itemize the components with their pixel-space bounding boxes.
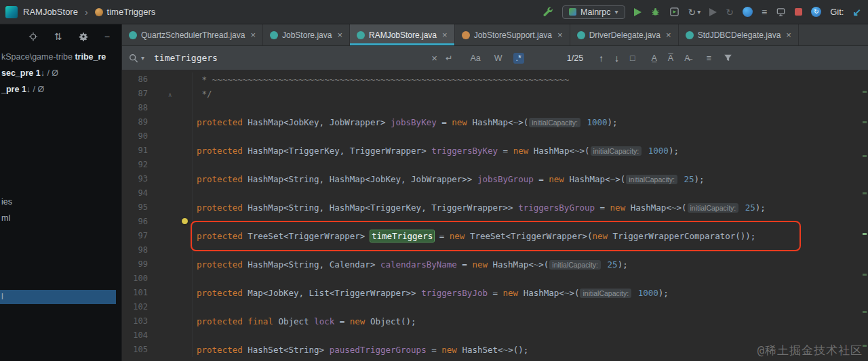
code-line[interactable]: 104 xyxy=(122,328,868,343)
tab-label: DriverDelegate.java xyxy=(589,30,660,40)
java-class-icon xyxy=(270,31,278,39)
close-icon[interactable]: × xyxy=(666,30,671,40)
close-icon[interactable]: × xyxy=(431,52,437,64)
code-line[interactable]: 97protected TreeSet<TriggerWrapper> time… xyxy=(122,229,868,243)
find-filter-icon-3[interactable]: A̶ xyxy=(684,54,690,63)
profiler-icon[interactable] xyxy=(743,7,753,17)
code-line[interactable]: 90 xyxy=(122,129,868,144)
sync-icon[interactable]: ↻ xyxy=(811,7,821,17)
code-text xyxy=(193,300,197,314)
find-filter-icon-2[interactable]: A̅ xyxy=(668,54,673,63)
code-line[interactable]: 88 xyxy=(122,101,868,115)
plugin-icon[interactable] xyxy=(776,7,786,17)
tree-item[interactable]: sec_pre 1↓ / Ø xyxy=(0,66,116,81)
close-icon[interactable]: × xyxy=(786,30,791,40)
code-line[interactable]: 101protected Map<JobKey, List<TriggerWra… xyxy=(122,286,868,300)
previous-occurrence-icon[interactable]: ↑ xyxy=(599,53,604,64)
stripe-mark[interactable] xyxy=(863,155,867,157)
code-line[interactable]: 92 xyxy=(122,158,868,172)
code-line[interactable]: 102 xyxy=(122,300,868,314)
stripe-mark[interactable] xyxy=(863,311,867,313)
close-icon[interactable]: × xyxy=(337,30,342,40)
search-input[interactable]: ▾ timeTriggers × xyxy=(129,52,437,64)
tab[interactable]: StdJDBCDelegate.java× xyxy=(679,24,799,45)
code-text: protected HashMap<String, Calendar> cale… xyxy=(193,257,628,272)
tab[interactable]: QuartzSchedulerThread.java× xyxy=(122,24,263,45)
search-history-icon[interactable]: ▾ xyxy=(141,55,144,62)
collapse-all-icon[interactable]: ⇅ xyxy=(54,32,62,41)
code-line[interactable]: 93protected HashMap<String, HashMap<JobK… xyxy=(122,172,868,186)
line-number: 98 xyxy=(122,243,153,257)
tree-item[interactable]: kSpace\game-tribe tribe_re xyxy=(0,50,116,64)
build-wrench-icon[interactable] xyxy=(542,7,553,18)
locate-file-icon[interactable] xyxy=(28,32,38,41)
tab[interactable]: RAMJobStore.java× xyxy=(350,24,455,45)
code-line[interactable]: 86 * ~~~~~~~~~~~~~~~~~~~~~~~~~~~~~~~~~~~… xyxy=(122,72,868,87)
tab[interactable]: JobStoreSupport.java× xyxy=(455,24,570,45)
tree-item[interactable]: _pre 1↓ / Ø xyxy=(0,83,116,97)
restart-icon-disabled[interactable]: ↻ xyxy=(726,7,734,17)
resume-button-disabled[interactable] xyxy=(709,8,717,16)
tree-item[interactable]: ies xyxy=(0,195,116,209)
stripe-mark[interactable] xyxy=(863,345,867,347)
rerun-button[interactable]: ↻ ▾ xyxy=(688,7,701,17)
project-panel: ⇅ − kSpace\game-tribe tribe_resec_pre 1↓… xyxy=(0,24,122,361)
code-line[interactable]: 91protected HashMap<TriggerKey, TriggerW… xyxy=(122,144,868,158)
code-line[interactable]: 94 xyxy=(122,186,868,200)
editor-column: QuartzSchedulerThread.java×JobStore.java… xyxy=(122,24,868,361)
code-line[interactable]: 87∧ */ xyxy=(122,87,868,101)
gutter: 91 xyxy=(122,144,193,158)
multiline-icon[interactable]: ≡ xyxy=(707,54,711,63)
stripe-mark[interactable] xyxy=(863,121,867,123)
code-line[interactable]: 103protected final Object lock = new Obj… xyxy=(122,314,868,328)
match-case-toggle[interactable]: Aa xyxy=(467,53,483,64)
next-occurrence-icon[interactable]: ↓ xyxy=(614,53,619,64)
hide-panel-icon[interactable]: − xyxy=(104,32,110,41)
tab-label: JobStoreSupport.java xyxy=(474,30,552,40)
regex-toggle[interactable]: .* xyxy=(513,53,524,64)
line-number: 105 xyxy=(122,343,153,357)
tab[interactable]: DriverDelegate.java× xyxy=(570,24,679,45)
run-config-selector[interactable]: Mainrpc ▾ xyxy=(562,5,625,19)
gear-icon[interactable] xyxy=(79,32,88,41)
code-line[interactable]: 96 xyxy=(122,215,868,229)
code-line[interactable]: 99protected HashMap<String, Calendar> ca… xyxy=(122,257,868,272)
git-update-icon[interactable]: ↙ xyxy=(852,7,861,17)
debug-button[interactable] xyxy=(650,7,660,17)
close-icon[interactable]: × xyxy=(442,30,448,40)
code-line[interactable]: 98 xyxy=(122,243,868,257)
words-toggle[interactable]: W xyxy=(492,53,505,64)
tree-item-label: ↓ / Ø xyxy=(41,68,58,78)
newline-icon[interactable]: ↵ xyxy=(446,53,452,63)
coverage-button[interactable] xyxy=(669,7,679,17)
fold-marker-icon[interactable]: ∧ xyxy=(168,88,172,102)
tab[interactable]: JobStore.java× xyxy=(263,24,350,45)
stripe-mark-current[interactable] xyxy=(863,233,867,235)
stop-button[interactable] xyxy=(795,8,802,16)
line-number: 92 xyxy=(122,158,153,172)
bookmark-icon[interactable] xyxy=(182,218,188,224)
line-number: 103 xyxy=(122,314,153,328)
run-button[interactable] xyxy=(634,8,642,16)
services-icon[interactable]: ≡ xyxy=(762,7,767,17)
code-line[interactable]: 95protected HashMap<String, HashMap<Trig… xyxy=(122,200,868,215)
stripe-mark[interactable] xyxy=(863,91,867,93)
search-match[interactable]: timeTriggers xyxy=(370,230,434,242)
code-line[interactable]: 105protected HashSet<String> pausedTrigg… xyxy=(122,343,868,357)
find-filter-icon-1[interactable]: A̲ xyxy=(652,54,657,63)
close-icon[interactable]: × xyxy=(557,30,563,40)
tree-item[interactable]: ml xyxy=(0,211,116,226)
code-line[interactable]: 89protected HashMap<JobKey, JobWrapper> … xyxy=(122,115,868,129)
stripe-mark[interactable] xyxy=(863,192,867,194)
editor[interactable]: 86 * ~~~~~~~~~~~~~~~~~~~~~~~~~~~~~~~~~~~… xyxy=(122,70,868,361)
find-in-selection-icon[interactable]: □ xyxy=(630,54,635,63)
code-text: protected final Object lock = new Object… xyxy=(193,314,416,328)
line-number: 101 xyxy=(122,286,153,300)
close-icon[interactable]: × xyxy=(250,30,256,40)
tab-label: StdJDBCDelegate.java xyxy=(698,30,781,40)
stripe-mark[interactable] xyxy=(863,274,867,276)
filter-icon[interactable] xyxy=(724,54,732,62)
tree-item-label: ml xyxy=(1,213,10,223)
tree-item[interactable]: l xyxy=(0,290,116,304)
code-line[interactable]: 100 xyxy=(122,272,868,286)
